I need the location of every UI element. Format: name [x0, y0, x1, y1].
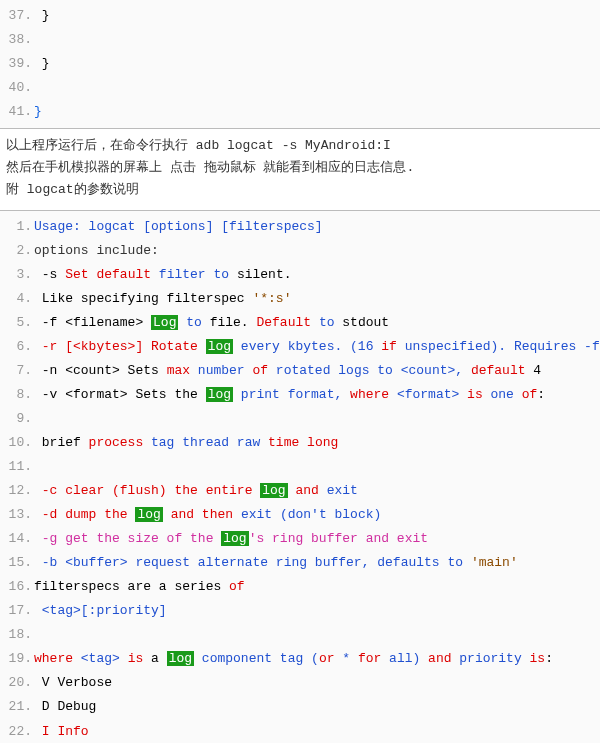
code-line: 38.: [6, 28, 594, 52]
doc-line: 17. <tag>[:priority]: [6, 599, 594, 623]
doc-line: 14. -g get the size of the log's ring bu…: [6, 527, 594, 551]
highlight-log: log: [206, 339, 233, 354]
code-line: 40.: [6, 76, 594, 100]
highlight-log: log: [221, 531, 248, 546]
code-line: 37. }: [6, 4, 594, 28]
doc-line: 16.filterspecs are a series of: [6, 575, 594, 599]
doc-line: 12. -c clear (flush) the entire log and …: [6, 479, 594, 503]
doc-line: 11.: [6, 455, 594, 479]
doc-line: 8. -v <format> Sets the log print format…: [6, 383, 594, 407]
doc-line: 20. V Verbose: [6, 671, 594, 695]
doc-line: 21. D Debug: [6, 695, 594, 719]
doc-line: 22. I Info: [6, 720, 594, 744]
doc-line: 18.: [6, 623, 594, 647]
highlight-log: log: [167, 651, 194, 666]
doc-line: 1.Usage: logcat [options] [filterspecs]: [6, 215, 594, 239]
doc-line: 5. -f <filename> Log to file. Default to…: [6, 311, 594, 335]
highlight-log: log: [135, 507, 162, 522]
doc-line: 6. -r [<kbytes>] Rotate log every kbytes…: [6, 335, 594, 359]
code-line: 41.}: [6, 100, 594, 124]
doc-line: 19.where <tag> is a log component tag (o…: [6, 647, 594, 671]
intro-line: 附 logcat的参数说明: [6, 179, 594, 201]
code-line: 39. }: [6, 52, 594, 76]
highlight-log: log: [260, 483, 287, 498]
code-tail: 37. } 38. 39. } 40. 41.}: [0, 0, 600, 128]
doc-line: 9.: [6, 407, 594, 431]
doc-line: 2.options include:: [6, 239, 594, 263]
intro-command: adb logcat -s MyAndroid:I: [196, 138, 391, 153]
logcat-help: 1.Usage: logcat [options] [filterspecs] …: [0, 210, 600, 743]
doc-line: 7. -n <count> Sets max number of rotated…: [6, 359, 594, 383]
doc-line: 15. -b <buffer> request alternate ring b…: [6, 551, 594, 575]
intro-line: 以上程序运行后，在命令行执行 adb logcat -s MyAndroid:I: [6, 135, 594, 157]
highlight-log: Log: [151, 315, 178, 330]
intro-text: 以上程序运行后，在命令行执行 adb logcat -s MyAndroid:I…: [0, 128, 600, 209]
doc-line: 4. Like specifying filterspec '*:s': [6, 287, 594, 311]
doc-line: 10. brief process tag thread raw time lo…: [6, 431, 594, 455]
intro-line: 然后在手机模拟器的屏幕上 点击 拖动鼠标 就能看到相应的日志信息.: [6, 157, 594, 179]
highlight-log: log: [206, 387, 233, 402]
doc-line: 13. -d dump the log and then exit (don't…: [6, 503, 594, 527]
doc-line: 3. -s Set default filter to silent.: [6, 263, 594, 287]
